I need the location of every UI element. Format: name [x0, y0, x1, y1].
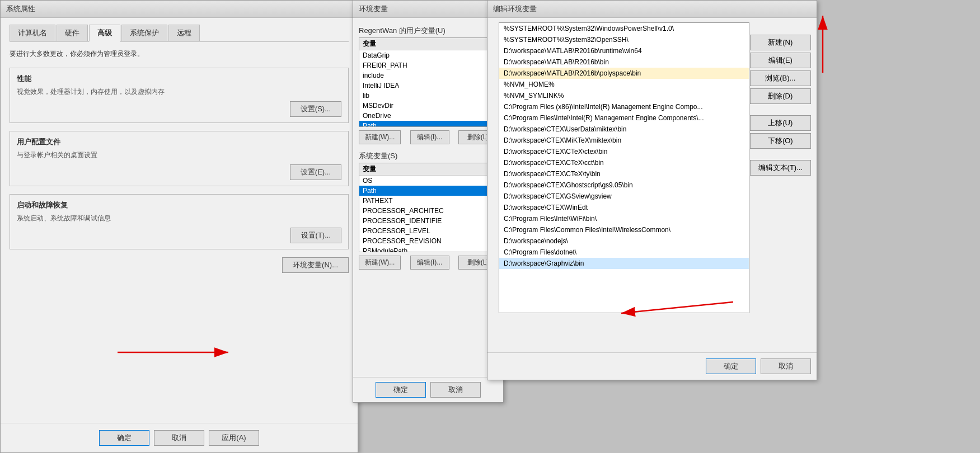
startup-recovery-title: 启动和故障恢复 — [17, 200, 341, 210]
env-vars-window: 环境变量 RegentWan 的用户变量(U) 变量 DataGrip FREI… — [353, 0, 504, 403]
path-item[interactable]: D:\workspace\nodejs\ — [499, 235, 749, 247]
path-edit-bottom-bar: 确定 取消 — [487, 352, 817, 380]
env-vars-ok-button[interactable]: 确定 — [376, 382, 426, 398]
path-item[interactable]: D:\workspace\CTEX\CTeX\ty\bin — [499, 168, 749, 180]
path-item[interactable]: D:\workspace\CTEX\Ghostscript\gs9.05\bin — [499, 180, 749, 191]
path-item[interactable]: D:\workspace\MATLAB\R2016b\bin — [499, 56, 749, 68]
list-item[interactable]: lib — [359, 91, 497, 101]
sys-vars-edit-button[interactable]: 编辑(I)... — [410, 256, 449, 270]
path-item[interactable]: D:\workspace\CTEX\MiKTeX\miktex\bin — [499, 135, 749, 146]
sys-props-window: 系统属性 计算机名 硬件 高级 系统保护 远程 要进行大多数更改，你必须作为管理… — [0, 0, 358, 453]
list-item[interactable]: PROCESSOR_IDENTIFIE — [359, 216, 497, 226]
env-vars-cancel-button[interactable]: 取消 — [430, 382, 481, 398]
sys-props-title: 系统属性 — [6, 4, 35, 13]
sys-vars-listbox[interactable]: 变量 OS Path PATHEXT PROCESSOR_ARCHITEC PR… — [359, 163, 498, 252]
path-item[interactable]: D:\workspace\CTEX\GSview\gsview — [499, 191, 749, 202]
path-item[interactable]: D:\workspace\CTEX\CTeX\cct\bin — [499, 157, 749, 168]
path-item[interactable]: %SYSTEMROOT%\System32\OpenSSH\ — [499, 34, 749, 45]
list-item[interactable]: PROCESSOR_REVISION — [359, 236, 497, 246]
list-item[interactable]: include — [359, 70, 497, 81]
tab-system-protection[interactable]: 系统保护 — [121, 25, 167, 41]
path-move-down-button[interactable]: 下移(O) — [750, 133, 811, 149]
sys-vars-header: 变量 — [359, 163, 497, 176]
path-item[interactable]: C:\Program Files\Intel\Intel(R) Manageme… — [499, 112, 749, 124]
path-edit-cancel-button[interactable]: 取消 — [761, 358, 811, 374]
path-edit-title: 编辑环境变量 — [493, 4, 537, 13]
list-item[interactable]: OneDrive — [359, 111, 497, 121]
list-item[interactable]: DataGrip — [359, 50, 497, 60]
path-edit-window: 编辑环境变量 %SYSTEMROOT%\System32\WindowsPowe… — [487, 0, 817, 380]
user-vars-listbox[interactable]: 变量 DataGrip FREI0R_PATH include IntelliJ… — [359, 37, 498, 127]
user-vars-col-var: 变量 — [363, 39, 494, 49]
startup-recovery-desc: 系统启动、系统故障和调试信息 — [17, 214, 341, 223]
sys-props-titlebar: 系统属性 — [1, 1, 358, 18]
path-edit-button[interactable]: 编辑(E) — [750, 53, 811, 68]
list-item[interactable]: OS — [359, 176, 497, 186]
path-item[interactable]: C:\Program Files\dotnet\ — [499, 247, 749, 258]
list-item[interactable]: PROCESSOR_ARCHITEC — [359, 206, 497, 216]
list-item[interactable]: MSDevDir — [359, 101, 497, 111]
env-vars-title: 环境变量 — [359, 4, 388, 13]
performance-title: 性能 — [17, 74, 341, 84]
performance-section: 性能 视觉效果，处理器计划，内存使用，以及虚拟内存 设置(S)... — [10, 68, 349, 123]
path-item[interactable]: D:\workspace\CTEX\UserData\miktex\bin — [499, 124, 749, 135]
path-listbox[interactable]: %SYSTEMROOT%\System32\WindowsPowerShell\… — [499, 22, 749, 313]
sys-props-ok-button[interactable]: 确定 — [99, 430, 149, 446]
list-item[interactable]: FREI0R_PATH — [359, 60, 497, 70]
path-item[interactable]: D:\workspace\CTEX\WinEdt — [499, 202, 749, 213]
path-item[interactable]: C:\Program Files\Common Files\Intel\Wire… — [499, 224, 749, 235]
performance-desc: 视觉效果，处理器计划，内存使用，以及虚拟内存 — [17, 87, 341, 97]
path-item[interactable]: D:\workspace\CTEX\CTeX\ctex\bin — [499, 146, 749, 157]
env-vars-titlebar: 环境变量 — [353, 1, 503, 18]
list-item[interactable]: PATHEXT — [359, 196, 497, 206]
path-move-up-button[interactable]: 上移(U) — [750, 115, 811, 131]
user-vars-button-row: 新建(W)... 编辑(I)... 删除(L) — [353, 127, 503, 148]
sys-vars-new-button[interactable]: 新建(W)... — [359, 256, 401, 270]
tab-advanced[interactable]: 高级 — [89, 25, 120, 42]
sys-props-tabs: 计算机名 硬件 高级 系统保护 远程 — [10, 25, 349, 42]
path-item[interactable]: %SYSTEMROOT%\System32\WindowsPowerShell\… — [499, 23, 749, 34]
list-item[interactable]: PSModulePath — [359, 246, 497, 252]
tab-hardware[interactable]: 硬件 — [57, 25, 88, 41]
user-vars-new-button[interactable]: 新建(W)... — [359, 130, 401, 144]
tab-remote[interactable]: 远程 — [168, 25, 200, 41]
env-vars-button[interactable]: 环境变量(N)... — [282, 257, 349, 273]
path-item[interactable]: C:\Program Files\Intel\WiFi\bin\ — [499, 213, 749, 224]
user-vars-edit-button[interactable]: 编辑(I)... — [410, 130, 449, 144]
path-browse-button[interactable]: 浏览(B)... — [750, 70, 811, 86]
sys-vars-button-row: 新建(W)... 编辑(I)... 删除(L) — [353, 252, 503, 273]
path-edit-titlebar: 编辑环境变量 — [487, 1, 817, 18]
tab-computer-name[interactable]: 计算机名 — [10, 25, 55, 41]
list-item[interactable]: PROCESSOR_LEVEL — [359, 226, 497, 236]
list-item[interactable]: Path — [359, 186, 497, 196]
sys-vars-section-title: 系统变量(S) — [353, 148, 503, 163]
startup-recovery-section: 启动和故障恢复 系统启动、系统故障和调试信息 设置(T)... — [10, 194, 349, 249]
user-profile-title: 用户配置文件 — [17, 137, 341, 147]
list-item[interactable]: Path — [359, 121, 497, 127]
path-delete-button[interactable]: 删除(D) — [750, 88, 811, 104]
user-vars-section-title: RegentWan 的用户变量(U) — [353, 22, 503, 37]
user-vars-header: 变量 — [359, 38, 497, 50]
path-item-polyspace[interactable]: D:\workspace\MATLAB\R2016b\polyspace\bin — [499, 68, 749, 79]
path-item-graphviz[interactable]: D:\workspace\Graphviz\bin — [499, 258, 749, 269]
path-new-button[interactable]: 新建(N) — [750, 35, 811, 50]
sys-vars-col-var: 变量 — [363, 164, 494, 174]
path-item[interactable]: C:\Program Files (x86)\Intel\Intel(R) Ma… — [499, 101, 749, 112]
user-profile-section: 用户配置文件 与登录帐户相关的桌面设置 设置(E)... — [10, 131, 349, 186]
sys-props-cancel-button[interactable]: 取消 — [154, 430, 204, 446]
user-profile-desc: 与登录帐户相关的桌面设置 — [17, 150, 341, 160]
performance-settings-button[interactable]: 设置(S)... — [290, 101, 341, 117]
path-edit-buttons-panel: 新建(N) 编辑(E) 浏览(B)... 删除(D) 上移(U) 下移(O) 编… — [750, 35, 811, 176]
path-edit-ok-button[interactable]: 确定 — [706, 358, 756, 374]
user-profile-settings-button[interactable]: 设置(E)... — [290, 164, 341, 180]
startup-recovery-settings-button[interactable]: 设置(T)... — [290, 228, 341, 243]
list-item[interactable]: IntelliJ IDEA — [359, 81, 497, 91]
path-item[interactable]: D:\workspace\MATLAB\R2016b\runtime\win64 — [499, 45, 749, 56]
path-item[interactable]: %NVM_HOME% — [499, 79, 749, 90]
sys-props-apply-button[interactable]: 应用(A) — [209, 430, 259, 446]
sys-props-bottom-bar: 确定 取消 应用(A) — [1, 423, 358, 452]
admin-note: 要进行大多数更改，你必须作为管理员登录。 — [10, 49, 349, 59]
path-edit-text-button[interactable]: 编辑文本(T)... — [750, 160, 811, 176]
path-item[interactable]: %NVM_SYMLINK% — [499, 90, 749, 101]
